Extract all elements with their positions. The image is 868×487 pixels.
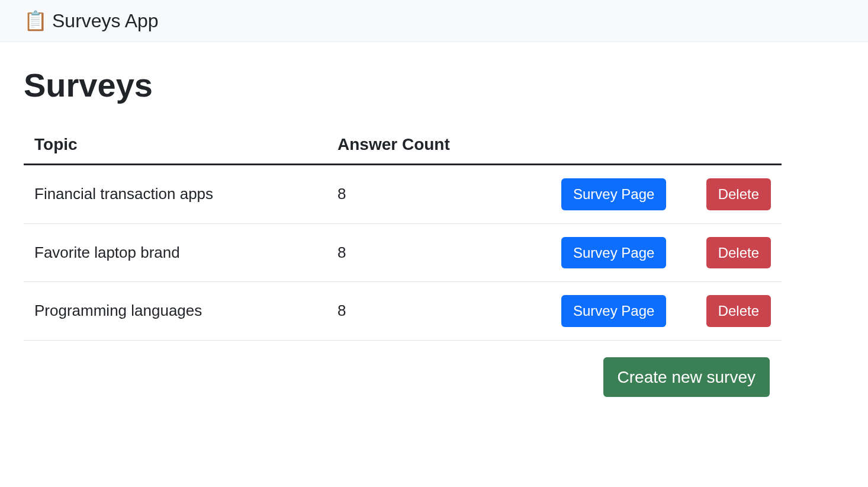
- cell-answer-count: 8: [327, 282, 539, 341]
- table-header-answer-count: Answer Count: [327, 126, 539, 165]
- create-new-survey-button[interactable]: Create new survey: [603, 357, 770, 397]
- table-row: Favorite laptop brand 8 Survey Page Dele…: [24, 223, 782, 282]
- delete-button[interactable]: Delete: [706, 178, 771, 210]
- cell-answer-count: 8: [327, 223, 539, 282]
- navbar: 📋 Surveys App: [0, 0, 868, 42]
- table-header-actions: [539, 126, 782, 165]
- clipboard-icon: 📋: [24, 9, 47, 32]
- table-header-topic: Topic: [24, 126, 327, 165]
- survey-page-button[interactable]: Survey Page: [561, 178, 666, 210]
- delete-button[interactable]: Delete: [706, 237, 771, 269]
- create-row: Create new survey: [24, 357, 782, 397]
- cell-actions: Survey Page Delete: [539, 282, 782, 341]
- page-title: Surveys: [24, 66, 782, 104]
- cell-actions: Survey Page Delete: [539, 223, 782, 282]
- main-container: Surveys Topic Answer Count Financial tra…: [0, 42, 805, 421]
- surveys-table: Topic Answer Count Financial transaction…: [24, 126, 782, 341]
- navbar-brand-text: Surveys App: [52, 10, 159, 32]
- cell-topic: Financial transaction apps: [24, 165, 327, 224]
- table-row: Programming languages 8 Survey Page Dele…: [24, 282, 782, 341]
- cell-answer-count: 8: [327, 165, 539, 224]
- cell-topic: Favorite laptop brand: [24, 223, 327, 282]
- table-row: Financial transaction apps 8 Survey Page…: [24, 165, 782, 224]
- cell-actions: Survey Page Delete: [539, 165, 782, 224]
- delete-button[interactable]: Delete: [706, 295, 771, 327]
- cell-topic: Programming languages: [24, 282, 327, 341]
- survey-page-button[interactable]: Survey Page: [561, 237, 666, 269]
- survey-page-button[interactable]: Survey Page: [561, 295, 666, 327]
- navbar-brand-link[interactable]: 📋 Surveys App: [24, 9, 159, 32]
